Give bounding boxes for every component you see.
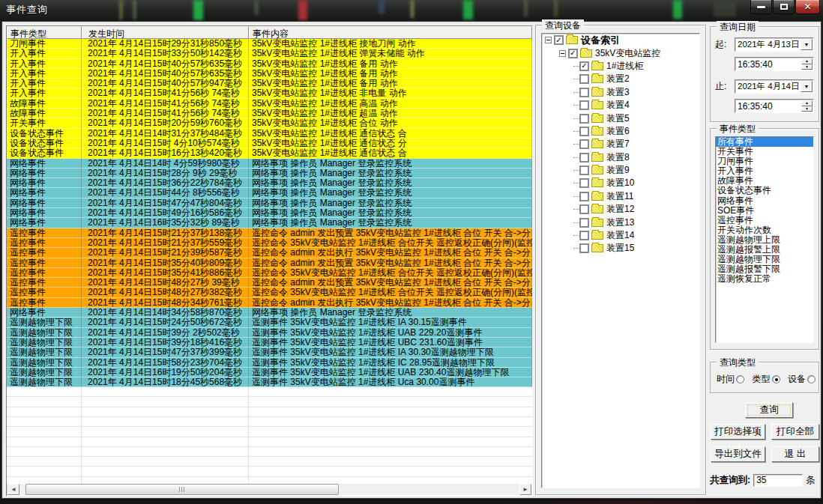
tree-item[interactable]: 装置12 <box>542 203 699 216</box>
tree-checkbox[interactable] <box>579 178 589 188</box>
column-header-time[interactable]: 发生时间 <box>82 26 249 39</box>
tree-item-label[interactable]: 装置10 <box>606 177 634 189</box>
tree-item-label[interactable]: 装置12 <box>606 203 634 216</box>
table-row[interactable]: 遥控事件2021年 4月14日15时35分40秒809毫秒遥控命令 admin … <box>7 258 532 268</box>
to-time-spinner[interactable]: 16:35:40 ▲▼ <box>735 99 814 113</box>
event-type-list-item[interactable]: 遥测越物理上限 <box>716 235 813 245</box>
tree-item[interactable]: 装置7 <box>542 138 699 151</box>
table-row[interactable]: 遥测越物理下限2021年 4月14日15时18分45秒568毫秒遥测事件 35k… <box>7 377 532 387</box>
event-type-list-item[interactable]: 网络事件 <box>716 196 813 206</box>
from-time-spinner[interactable]: 16:35:40 ▲▼ <box>735 57 814 71</box>
tree-item-label[interactable]: 装置5 <box>606 112 630 125</box>
event-type-list-item[interactable]: 遥测恢复正常 <box>716 274 813 284</box>
query-button[interactable]: 查询 <box>745 402 793 418</box>
tree-checkbox[interactable] <box>579 127 589 136</box>
table-row[interactable]: 遥测越物理下限2021年 4月14日15时58分23秒704毫秒遥测事件 35k… <box>7 358 532 368</box>
tree-checkbox[interactable] <box>579 243 589 253</box>
spin-down-icon[interactable]: ▼ <box>801 64 813 70</box>
table-row[interactable]: 网络事件2021年 4月14日16时35分32秒 89毫秒网络事项 操作员 Ma… <box>7 218 532 228</box>
table-row[interactable]: 遥控事件2021年 4月14日15时48分34秒761毫秒遥控命令 admin … <box>7 298 532 308</box>
spinner-buttons[interactable]: ▲▼ <box>801 100 813 112</box>
tree-item-label[interactable]: 装置15 <box>606 242 634 255</box>
table-row[interactable]: 设备状态事件2021年 4月14日15时16分13秒420毫秒35kV变电站监控… <box>7 148 532 158</box>
maximize-button[interactable] <box>773 0 795 14</box>
tree-checkbox[interactable] <box>579 231 589 240</box>
table-row[interactable]: 开入事件2021年 4月14日15时40分57秒635毫秒35kV变电站监控 1… <box>7 69 532 79</box>
table-row[interactable]: 遥测越物理下限2021年 4月14日15时39分18秒416毫秒遥测事件 35k… <box>7 338 532 347</box>
tree-checkbox[interactable] <box>579 74 589 84</box>
from-date-select[interactable]: 2021年 4月13日 ▼ <box>735 37 814 52</box>
table-row[interactable]: 设备状态事件2021年 4月14日14时31分37秒484毫秒35kV变电站监控… <box>7 129 532 139</box>
event-type-list-item[interactable]: 遥测越报警上限 <box>716 245 813 255</box>
event-type-list-item[interactable]: 遥控事件 <box>716 216 813 225</box>
tree-item-label[interactable]: 装置11 <box>606 190 633 203</box>
tree-item[interactable]: 装置4 <box>542 99 699 112</box>
column-header-content[interactable]: 事件内容 <box>249 26 532 39</box>
tree-item-label[interactable]: 装置7 <box>606 138 630 151</box>
horizontal-scrollbar[interactable]: ◄ ► <box>7 484 531 495</box>
table-row[interactable]: 开入事件2021年 4月14日15时40分57秒947毫秒35kV变电站监控 1… <box>7 79 532 88</box>
tree-item-label[interactable]: 装置8 <box>606 151 630 164</box>
table-row[interactable]: 网络事件2021年 4月14日15时28分 9秒 29毫秒网络事项 操作员 Ma… <box>7 168 532 178</box>
tree-item[interactable]: ✓35kV变电站监控 <box>542 46 699 59</box>
table-row[interactable]: 刀闸事件2021年 4月14日15时29分31秒850毫秒35kV变电站监控 1… <box>7 39 532 49</box>
exit-button[interactable]: 退 出 <box>771 446 819 462</box>
table-row[interactable]: 遥测越物理下限2021年 4月14日15时24分50秒672毫秒遥测事件 35k… <box>7 318 532 327</box>
tree-item-label[interactable]: 装置2 <box>606 73 630 85</box>
scroll-left-arrow-icon[interactable]: ◄ <box>7 484 19 495</box>
print-all-button[interactable]: 打印全部 <box>771 424 819 440</box>
tree-checkbox[interactable] <box>579 192 589 201</box>
tree-item[interactable]: 装置8 <box>542 151 699 164</box>
tree-item[interactable]: 装置6 <box>542 125 699 138</box>
table-row[interactable]: 开入事件2021年 4月14日15时40分57秒635毫秒35kV变电站监控 1… <box>7 59 532 69</box>
event-type-list-item[interactable]: 故障事件 <box>716 176 813 186</box>
table-row[interactable]: 网络事件2021年 4月14日15时36分22秒784毫秒网络事项 操作员 Ma… <box>7 178 532 188</box>
event-type-list-item[interactable]: 所有事件 <box>716 137 813 147</box>
event-type-list-item[interactable]: 刀闸事件 <box>716 157 813 166</box>
spinner-buttons[interactable]: ▲▼ <box>801 58 813 70</box>
radio-icon[interactable] <box>807 375 816 383</box>
tree-item-label[interactable]: 装置6 <box>606 125 630 138</box>
tree-item[interactable]: 装置3 <box>542 86 699 99</box>
table-row[interactable]: 遥控事件2021年 4月14日15时21分37秒138毫秒遥控命令 admin … <box>7 228 532 238</box>
table-row[interactable]: 遥控事件2021年 4月14日15时48分27秒382毫秒遥控命令 35kV变电… <box>7 288 532 297</box>
table-row[interactable]: 网络事件2021年 4月14日15时49分16秒586毫秒网络事项 操作员 Ma… <box>7 208 532 218</box>
table-row[interactable]: 开入事件2021年 4月14日15时33分50秒142毫秒35kV变电站监控 1… <box>7 49 532 58</box>
table-row[interactable]: 遥控事件2021年 4月14日15时48分27秒 39毫秒遥控命令 admin … <box>7 278 532 288</box>
tree-item[interactable]: 装置5 <box>542 112 699 124</box>
table-row[interactable]: 网络事件2021年 4月14日15时47分47秒804毫秒网络事项 操作员 Ma… <box>7 198 532 208</box>
table-row[interactable]: 网络事件2021年 4月14日14时 4分59秒980毫秒网络事项 操作员 Ma… <box>7 159 532 168</box>
tree-checkbox[interactable]: ✓ <box>579 61 589 71</box>
tree-checkbox[interactable] <box>579 218 589 228</box>
tree-item[interactable]: 装置10 <box>542 177 699 189</box>
radio-icon[interactable] <box>772 375 780 383</box>
tree-checkbox[interactable]: ✓ <box>568 49 578 58</box>
table-row[interactable]: 故障事件2021年 4月14日15时41分56秒 74毫秒35kV变电站监控 1… <box>7 99 532 109</box>
to-date-select[interactable]: 2021年 4月14日 ▼ <box>735 79 814 94</box>
table-row[interactable]: 遥测越物理下限2021年 4月14日16时19分50秒204毫秒遥测事件 35k… <box>7 368 532 377</box>
event-type-list-item[interactable]: 开关事件 <box>716 147 813 157</box>
result-count-field[interactable]: 35 <box>753 474 803 487</box>
tree-checkbox[interactable]: ✓ <box>554 35 564 45</box>
tree-checkbox[interactable] <box>579 204 589 214</box>
tree-item-label[interactable]: 装置13 <box>606 216 634 229</box>
tree-checkbox[interactable] <box>579 114 589 124</box>
tree-item-label[interactable]: 装置14 <box>606 229 634 242</box>
event-type-list-item[interactable]: 遥测越物理下限 <box>716 255 813 264</box>
tree-item[interactable]: 装置11 <box>542 190 699 203</box>
tree-item-label[interactable]: 装置9 <box>606 164 630 177</box>
table-row[interactable]: 故障事件2021年 4月14日15时41分56秒 74毫秒35kV变电站监控 1… <box>7 109 532 118</box>
event-type-list-item[interactable]: 遥测越报警下限 <box>716 264 813 274</box>
tree-item[interactable]: 装置14 <box>542 229 699 242</box>
query-type-radio-1[interactable]: 时间 <box>717 373 744 386</box>
table-row[interactable]: 遥控事件2021年 4月14日15时21分39秒587毫秒遥控命令 admin … <box>7 248 532 258</box>
tree-checkbox[interactable] <box>579 166 589 175</box>
tree-item-label[interactable]: 装置4 <box>606 99 630 112</box>
tree-checkbox[interactable] <box>579 88 589 97</box>
event-type-list-item[interactable]: SOE事件 <box>716 206 813 216</box>
scrollbar-track[interactable] <box>19 484 519 495</box>
table-row[interactable]: 网络事件2021年 4月14日14时34分58秒870毫秒网络事项 操作员 Ma… <box>7 308 532 318</box>
table-row[interactable]: 遥测越物理下限2021年 4月14日15时47分37秒399毫秒遥测事件 35k… <box>7 347 532 357</box>
spin-up-icon[interactable]: ▲ <box>801 100 813 106</box>
table-row[interactable]: 遥测越物理下限2021年 4月14日15时39分 2秒502毫秒遥测事件 35k… <box>7 328 532 338</box>
